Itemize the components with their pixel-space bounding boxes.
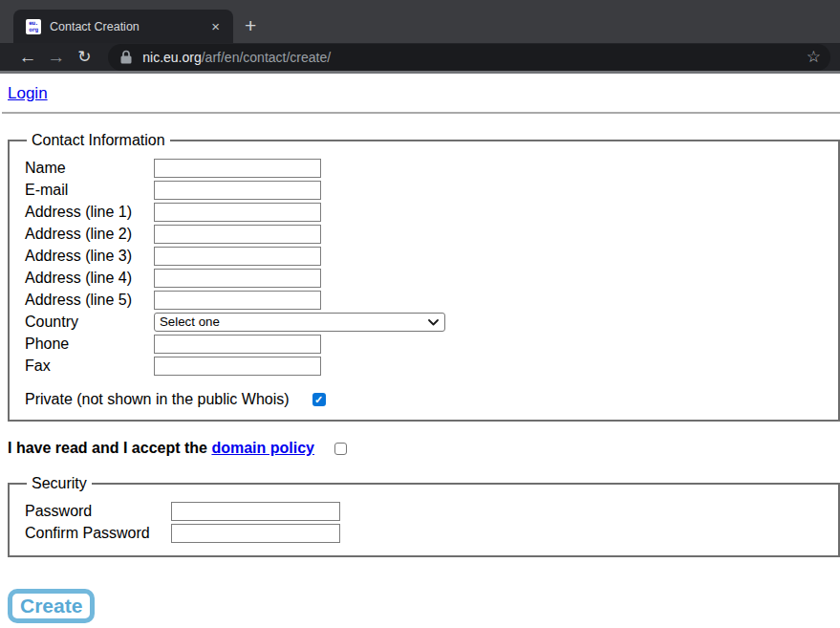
domain-policy-link[interactable]: domain policy — [211, 440, 314, 457]
password-row: Password — [25, 500, 827, 522]
address2-label: Address (line 2) — [25, 226, 154, 243]
fax-label: Fax — [25, 357, 154, 375]
address2-row: Address (line 2) — [25, 223, 827, 245]
tab-strip: eu. org Contact Creation × + — [0, 0, 840, 43]
back-icon[interactable]: ← — [13, 48, 42, 66]
browser-tab[interactable]: eu. org Contact Creation × — [13, 10, 233, 43]
name-row: Name — [25, 157, 827, 179]
password-label: Password — [25, 503, 171, 520]
close-tab-icon[interactable]: × — [207, 17, 224, 35]
private-label: Private (not shown in the public Whois) — [25, 391, 290, 408]
lock-icon — [120, 50, 132, 64]
forward-icon[interactable]: → — [42, 48, 71, 66]
address1-label: Address (line 1) — [25, 204, 154, 221]
address4-label: Address (line 4) — [25, 270, 154, 287]
country-label: Country — [25, 314, 154, 331]
login-link[interactable]: Login — [8, 84, 48, 103]
tab-title: Contact Creation — [50, 20, 207, 33]
private-checkbox[interactable]: ✓ — [312, 393, 326, 406]
name-input[interactable] — [154, 159, 321, 178]
email-label: E-mail — [25, 182, 154, 199]
address3-row: Address (line 3) — [25, 245, 827, 267]
create-button[interactable]: Create — [8, 589, 95, 623]
email-input[interactable] — [154, 181, 321, 200]
email-row: E-mail — [25, 179, 827, 201]
address-bar[interactable]: nic.eu.org/arf/en/contact/create/ ☆ — [108, 44, 830, 71]
name-label: Name — [25, 160, 154, 177]
country-select[interactable]: Select one — [154, 313, 445, 332]
security-fieldset: Security Password Confirm Password — [8, 475, 840, 557]
address1-row: Address (line 1) — [25, 201, 827, 223]
confirm-password-label: Confirm Password — [25, 525, 171, 542]
confirm-password-input[interactable] — [171, 524, 340, 543]
browser-toolbar: ← → ↻ nic.eu.org/arf/en/contact/create/ … — [0, 43, 840, 74]
policy-checkbox[interactable] — [334, 443, 347, 455]
url-text[interactable]: nic.eu.org/arf/en/contact/create/ — [142, 50, 799, 65]
contact-information-legend: Contact Information — [27, 132, 170, 149]
address5-row: Address (line 5) — [25, 289, 827, 311]
policy-text: I have read and I accept the — [8, 440, 207, 457]
address3-input[interactable] — [154, 247, 321, 266]
phone-row: Phone — [25, 333, 827, 355]
address3-label: Address (line 3) — [25, 248, 154, 265]
chevron-down-icon — [428, 314, 439, 329]
security-legend: Security — [27, 475, 92, 492]
url-path: /arf/en/contact/create/ — [202, 50, 331, 65]
fax-input[interactable] — [154, 357, 321, 376]
reload-icon[interactable]: ↻ — [71, 48, 99, 66]
new-tab-icon[interactable]: + — [245, 15, 256, 35]
address4-input[interactable] — [154, 269, 321, 288]
checkmark-icon: ✓ — [314, 394, 323, 406]
divider — [2, 112, 840, 114]
page-content: Login Contact Information Name E-mail Ad… — [0, 74, 840, 625]
site-favicon: eu. org — [26, 19, 41, 34]
favicon-text-bottom: org — [29, 27, 37, 33]
address5-label: Address (line 5) — [25, 292, 154, 309]
country-selected-value: Select one — [160, 314, 220, 329]
phone-input[interactable] — [154, 335, 321, 354]
browser-window: eu. org Contact Creation × + ← → ↻ nic.e… — [0, 0, 840, 628]
password-input[interactable] — [171, 502, 340, 521]
address4-row: Address (line 4) — [25, 267, 827, 289]
address2-input[interactable] — [154, 225, 321, 244]
bookmark-star-icon[interactable]: ☆ — [807, 47, 821, 67]
phone-label: Phone — [25, 336, 154, 353]
address5-input[interactable] — [154, 291, 321, 310]
url-domain: nic.eu.org — [142, 50, 201, 65]
policy-line: I have read and I accept the domain poli… — [8, 440, 832, 457]
confirm-password-row: Confirm Password — [25, 522, 827, 544]
private-row: Private (not shown in the public Whois) … — [25, 391, 827, 408]
country-row: Country Select one — [25, 311, 827, 333]
address1-input[interactable] — [154, 203, 321, 222]
fax-row: Fax — [25, 355, 827, 377]
contact-information-fieldset: Contact Information Name E-mail Address … — [8, 132, 840, 422]
